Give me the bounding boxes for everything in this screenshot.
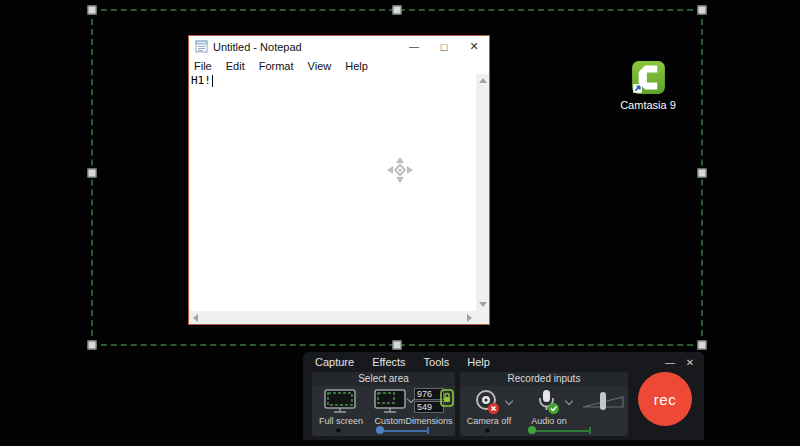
full-screen-monitor-icon[interactable]	[324, 389, 356, 413]
full-screen-toggle-dot[interactable]	[335, 427, 342, 434]
move-crosshair-icon[interactable]	[386, 156, 414, 184]
selection-handle-top-left[interactable]	[88, 6, 97, 15]
resize-grip[interactable]	[476, 311, 489, 324]
audio-toggle-dot[interactable]	[528, 426, 536, 434]
notepad-menu-edit[interactable]: Edit	[219, 60, 252, 72]
scroll-down-icon[interactable]	[479, 302, 487, 307]
camera-label: Camera off	[460, 416, 518, 426]
audio-chevron-down-icon[interactable]	[565, 397, 573, 405]
notepad-minimize-button[interactable]: —	[399, 36, 429, 57]
camera-chevron-down-icon[interactable]	[505, 397, 513, 405]
camtasia-recorder-window: Capture Effects Tools Help — ✕ Select ar…	[303, 352, 704, 440]
volume-slider-handle	[600, 392, 606, 410]
notepad-close-button[interactable]: ✕	[459, 36, 489, 57]
audio-slider-end-tick	[589, 427, 591, 434]
select-area-panel: Select area Full screen Custom	[312, 372, 455, 436]
vertical-scrollbar[interactable]	[476, 74, 489, 311]
horizontal-scrollbar[interactable]	[189, 311, 476, 324]
area-slider-track	[380, 430, 428, 432]
recorder-menubar: Capture Effects Tools Help — ✕	[303, 352, 704, 372]
selection-handle-mid-left[interactable]	[88, 169, 97, 178]
dimensions-label: Dimensions	[404, 416, 454, 426]
recorder-close-button[interactable]: ✕	[682, 352, 698, 372]
recorded-inputs-panel: Recorded inputs Camera off Audio on	[460, 372, 628, 436]
rec-button[interactable]: rec	[638, 372, 692, 426]
notepad-menu-file[interactable]: File	[189, 60, 219, 72]
select-area-header: Select area	[312, 372, 455, 386]
notepad-menu-help[interactable]: Help	[338, 60, 375, 72]
notepad-text-area[interactable]: H1!	[189, 74, 489, 324]
camera-icon[interactable]	[474, 389, 500, 415]
scroll-left-icon[interactable]	[193, 314, 198, 322]
audio-on-badge	[548, 403, 559, 414]
microphone-icon[interactable]	[534, 388, 560, 415]
rec-button-label: rec	[654, 391, 676, 408]
volume-slider[interactable]	[582, 389, 624, 415]
custom-area-monitor-icon[interactable]	[374, 389, 406, 413]
camtasia-app-icon	[631, 60, 666, 95]
notepad-menu-view[interactable]: View	[301, 60, 339, 72]
notepad-window: Untitled - Notepad — □ ✕ File Edit Forma…	[188, 35, 490, 325]
scroll-right-icon[interactable]	[467, 314, 472, 322]
desktop-icon-camtasia[interactable]: Camtasia 9	[612, 60, 684, 111]
selection-handle-mid-right[interactable]	[698, 169, 707, 178]
recorded-inputs-header: Recorded inputs	[460, 372, 628, 386]
notepad-window-title: Untitled - Notepad	[213, 41, 302, 53]
selection-handle-bottom-left[interactable]	[88, 341, 97, 350]
recorder-minimize-button[interactable]: —	[662, 352, 678, 372]
camera-toggle-dot[interactable]	[484, 427, 491, 434]
custom-toggle-dot[interactable]	[376, 426, 384, 434]
recorder-menu-capture[interactable]: Capture	[315, 356, 354, 368]
notepad-menu-format[interactable]: Format	[252, 60, 301, 72]
recorder-menu-help[interactable]: Help	[467, 356, 490, 368]
notepad-titlebar[interactable]: Untitled - Notepad — □ ✕	[189, 36, 489, 57]
notepad-menubar: File Edit Format View Help	[189, 57, 489, 74]
notepad-app-icon	[195, 40, 208, 53]
audio-slider-track	[532, 430, 590, 432]
recorder-menu-tools[interactable]: Tools	[424, 356, 450, 368]
text-caret	[212, 75, 213, 87]
selection-handle-bottom-center[interactable]	[393, 341, 402, 350]
selection-handle-bottom-right[interactable]	[698, 341, 707, 350]
scroll-up-icon[interactable]	[479, 78, 487, 83]
area-slider-end-tick	[427, 427, 429, 434]
desktop-icon-label: Camtasia 9	[612, 99, 684, 111]
recorder-menu-effects[interactable]: Effects	[372, 356, 405, 368]
selection-handle-top-center[interactable]	[393, 6, 402, 15]
lock-aspect-icon[interactable]	[440, 389, 454, 407]
desktop: Untitled - Notepad — □ ✕ File Edit Forma…	[0, 0, 800, 446]
notepad-maximize-button[interactable]: □	[429, 36, 459, 57]
audio-label: Audio on	[522, 416, 576, 426]
notepad-document-text: H1!	[191, 74, 211, 87]
full-screen-label: Full screen	[312, 416, 370, 426]
selection-handle-top-right[interactable]	[698, 6, 707, 15]
